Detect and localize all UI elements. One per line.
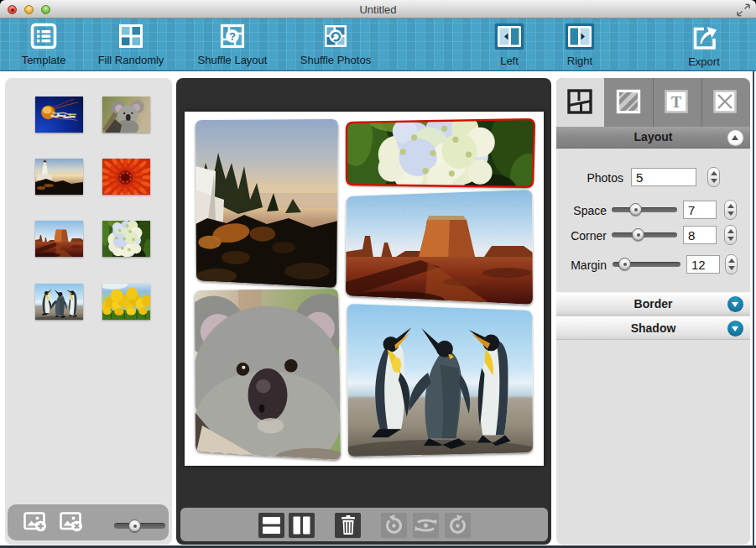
svg-text:?: ?: [229, 30, 236, 43]
svg-text:T: T: [671, 94, 681, 111]
